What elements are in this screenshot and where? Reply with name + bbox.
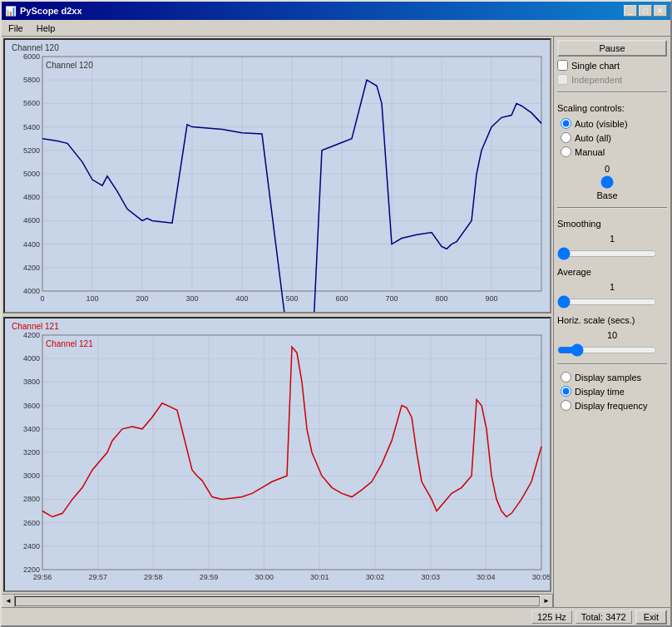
base-item: 0 Base (557, 164, 657, 200)
average-value: 1 (557, 282, 667, 292)
frequency-display: 125 Hz (531, 610, 572, 624)
horizontal-scrollbar[interactable] (15, 596, 540, 606)
horiz-scale-value: 10 (557, 330, 667, 340)
scaling-auto-visible-label: Auto (visible) (575, 119, 628, 129)
close-button[interactable]: ✕ (654, 5, 667, 17)
scrollbar-area: ◄ ► (2, 594, 553, 607)
window-controls: _ □ ✕ (624, 5, 667, 17)
base-range-row: 0 Base 0 Range (557, 164, 667, 200)
independent-row: Independent (557, 74, 667, 85)
horiz-scale-label: Horiz. scale (secs.) (557, 315, 667, 325)
display-frequency-row: Display frequency (561, 400, 667, 411)
window-icon: 📊 (5, 6, 17, 17)
smoothing-value: 1 (557, 234, 667, 244)
display-samples-row: Display samples (561, 372, 667, 383)
minimize-button[interactable]: _ (624, 5, 637, 17)
chart2-title: Channel 121 (12, 322, 59, 331)
display-samples-radio[interactable] (561, 372, 571, 383)
range-slider[interactable] (660, 175, 670, 189)
scaling-auto-all-row: Auto (all) (561, 132, 667, 143)
exit-button[interactable]: Exit (635, 610, 667, 625)
range-item: 0 Range (660, 164, 670, 200)
average-slider[interactable] (557, 295, 657, 309)
scaling-auto-visible-row: Auto (visible) (561, 118, 667, 129)
scaling-manual-label: Manual (575, 147, 605, 157)
charts-area: Channel 120 Channel 121 ◄ ► (2, 37, 554, 607)
window-title: 📊 PyScope d2xx (5, 6, 82, 17)
scaling-manual-row: Manual (561, 146, 667, 157)
chart1-title: Channel 120 (12, 43, 59, 52)
display-time-radio[interactable] (561, 386, 571, 397)
menu-help[interactable]: Help (33, 22, 59, 34)
scroll-left-button[interactable]: ◄ (2, 595, 15, 608)
smoothing-slider[interactable] (557, 247, 657, 260)
smoothing-label: Smoothing (557, 219, 667, 229)
separator3 (557, 363, 667, 365)
total-display: Total: 3472 (576, 610, 632, 624)
display-samples-label: Display samples (575, 373, 641, 383)
pause-button[interactable]: Pause (557, 40, 667, 57)
scaling-auto-visible-radio[interactable] (561, 118, 571, 129)
menu-file[interactable]: File (5, 22, 27, 34)
scaling-manual-radio[interactable] (561, 146, 571, 157)
single-chart-row: Single chart (557, 60, 667, 71)
main-window: 📊 PyScope d2xx _ □ ✕ File Help Channel 1… (0, 0, 672, 627)
scaling-controls-label: Scaling controls: (557, 103, 667, 113)
average-label: Average (557, 267, 667, 277)
chart2-canvas (5, 318, 550, 590)
base-value: 0 (605, 164, 610, 174)
display-frequency-label: Display frequency (575, 401, 647, 411)
base-slider[interactable] (557, 175, 657, 189)
separator2 (557, 207, 667, 209)
titlebar: 📊 PyScope d2xx _ □ ✕ (2, 2, 670, 20)
chart2-container: Channel 121 (3, 317, 551, 592)
sidebar: Pause Single chart Independent Scaling c… (554, 37, 670, 607)
horiz-scale-slider[interactable] (557, 343, 657, 357)
independent-label: Independent (571, 75, 622, 85)
main-content: Channel 120 Channel 121 ◄ ► Pause Single… (2, 37, 670, 607)
scroll-right-button[interactable]: ► (540, 595, 553, 608)
menubar: File Help (2, 20, 670, 37)
display-frequency-radio[interactable] (561, 400, 571, 411)
scaling-auto-all-radio[interactable] (561, 132, 571, 143)
separator1 (557, 91, 667, 93)
maximize-button[interactable]: □ (639, 5, 652, 17)
base-label: Base (596, 190, 617, 200)
chart1-container: Channel 120 (3, 38, 551, 314)
independent-checkbox[interactable] (557, 74, 568, 85)
single-chart-label: Single chart (571, 61, 620, 71)
single-chart-checkbox[interactable] (557, 60, 568, 71)
display-time-row: Display time (561, 386, 667, 397)
scaling-auto-all-label: Auto (all) (575, 133, 611, 143)
statusbar: 125 Hz Total: 3472 Exit (2, 607, 670, 625)
chart1-canvas (5, 40, 550, 312)
display-time-label: Display time (575, 387, 625, 397)
